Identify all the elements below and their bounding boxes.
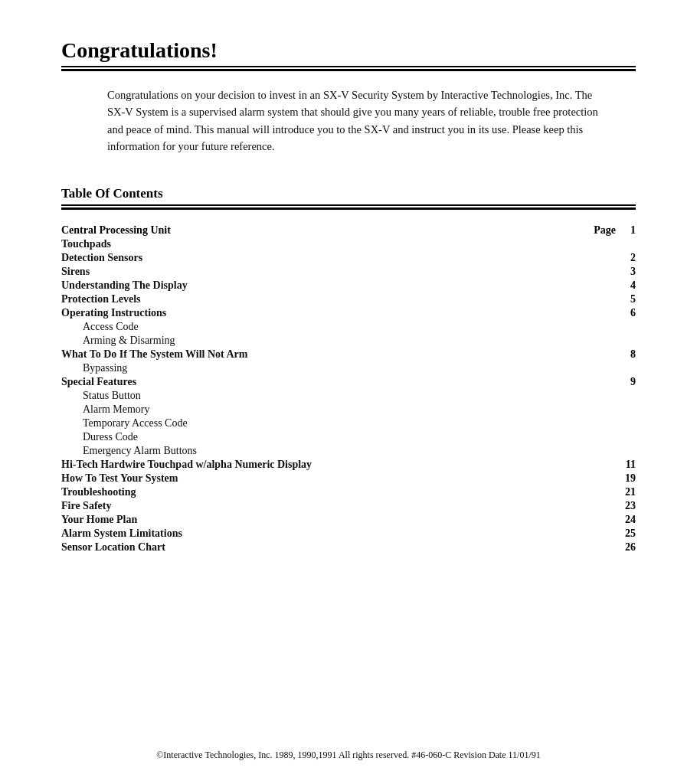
page-title: Congratulations! <box>61 38 636 63</box>
toc-row: Special Features9 <box>61 375 636 389</box>
toc-page-number: 6 <box>613 307 636 319</box>
toc-row: Status Button <box>61 389 636 403</box>
toc-row: Understanding The Display4 <box>61 279 636 292</box>
toc-page-label: Page <box>594 224 616 237</box>
toc-page-number: 21 <box>613 486 636 498</box>
toc-page-number: 9 <box>613 376 636 388</box>
toc-page-number: 3 <box>613 266 636 278</box>
toc-row: Detection Sensors2 <box>61 251 636 265</box>
intro-paragraph: Congratulations on your decision to inve… <box>61 87 636 155</box>
toc-rule-1 <box>61 204 636 206</box>
toc-label: Alarm System Limitations <box>61 528 182 540</box>
toc-row: Central Processing UnitPage1 <box>61 224 636 237</box>
toc-row: Sirens3 <box>61 265 636 279</box>
toc-row: Protection Levels5 <box>61 292 636 306</box>
toc-row: Fire Safety23 <box>61 499 636 513</box>
toc-label: Emergency Alarm Buttons <box>61 445 197 457</box>
toc-label: Troubleshooting <box>61 486 136 498</box>
toc-row: Alarm System Limitations25 <box>61 527 636 541</box>
toc-row: What To Do If The System Will Not Arm8 <box>61 348 636 361</box>
toc-row: Bypassing <box>61 361 636 375</box>
toc-row: Access Code <box>61 320 636 334</box>
toc-page-number: 19 <box>613 472 636 485</box>
footer-text: ©Interactive Technologies, Inc. 1989, 19… <box>0 750 697 761</box>
toc-label: Protection Levels <box>61 293 141 305</box>
toc-label: Fire Safety <box>61 500 111 512</box>
toc-page-number: 11 <box>613 459 636 471</box>
toc-rule-2 <box>61 207 636 210</box>
toc-label: What To Do If The System Will Not Arm <box>61 348 247 361</box>
toc-label: Bypassing <box>61 362 127 374</box>
toc-page-number: 26 <box>613 541 636 554</box>
toc-row: Hi-Tech Hardwire Touchpad w/alpha Numeri… <box>61 458 636 472</box>
page: Congratulations! Congratulations on your… <box>0 0 697 784</box>
toc-page-number: 8 <box>613 348 636 361</box>
toc-label: Access Code <box>61 321 139 333</box>
toc-page-number: 2 <box>613 252 636 264</box>
toc-label: Status Button <box>61 390 141 402</box>
toc-page-number: 1 <box>620 224 636 237</box>
toc-label: Understanding The Display <box>61 279 188 292</box>
toc-row: Troubleshooting21 <box>61 485 636 499</box>
toc-row: Emergency Alarm Buttons <box>61 444 636 458</box>
toc-row: Sensor Location Chart26 <box>61 541 636 554</box>
toc-label: Operating Instructions <box>61 307 166 319</box>
toc-row: Temporary Access Code <box>61 416 636 430</box>
toc-page-number: 25 <box>613 528 636 540</box>
toc-row: How To Test Your System19 <box>61 472 636 485</box>
toc-label: Sirens <box>61 266 90 278</box>
toc-label: Arming & Disarming <box>61 335 175 347</box>
title-rule-1 <box>61 66 636 67</box>
toc-label: Alarm Memory <box>61 403 149 416</box>
toc-label: Detection Sensors <box>61 252 142 264</box>
toc-label: Your Home Plan <box>61 514 137 526</box>
toc-row: Operating Instructions6 <box>61 306 636 320</box>
title-rule-2 <box>61 69 636 71</box>
toc-label: Touchpads <box>61 238 111 250</box>
toc-row: Touchpads <box>61 237 636 251</box>
toc-label: Central Processing Unit <box>61 224 594 237</box>
toc-page-number: 23 <box>613 500 636 512</box>
toc-label: How To Test Your System <box>61 472 178 485</box>
toc-heading: Table Of Contents <box>61 186 636 201</box>
toc-label: Hi-Tech Hardwire Touchpad w/alpha Numeri… <box>61 459 312 471</box>
toc-label: Temporary Access Code <box>61 417 188 430</box>
toc-row: Your Home Plan24 <box>61 513 636 527</box>
toc-page-number: 5 <box>613 293 636 305</box>
toc-label: Special Features <box>61 376 136 388</box>
toc-page-number: 24 <box>613 514 636 526</box>
toc-label: Duress Code <box>61 431 138 443</box>
toc-page-number: 4 <box>613 279 636 292</box>
toc-row: Arming & Disarming <box>61 334 636 348</box>
toc-label: Sensor Location Chart <box>61 541 165 554</box>
toc-row: Alarm Memory <box>61 403 636 416</box>
toc-container: Central Processing UnitPage1TouchpadsDet… <box>61 224 636 554</box>
toc-row: Duress Code <box>61 430 636 444</box>
